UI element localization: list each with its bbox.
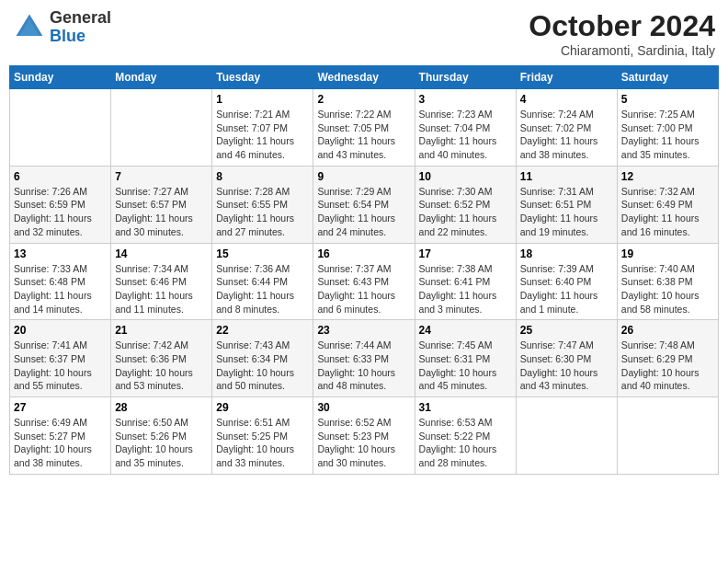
day-info: Sunrise: 7:33 AM Sunset: 6:48 PM Dayligh… xyxy=(14,262,107,316)
day-number: 25 xyxy=(520,324,613,337)
logo: General Blue xyxy=(13,9,111,46)
day-info: Sunrise: 7:25 AM Sunset: 7:00 PM Dayligh… xyxy=(621,108,714,162)
day-info: Sunrise: 7:48 AM Sunset: 6:29 PM Dayligh… xyxy=(621,339,714,393)
calendar-cell: 4Sunrise: 7:24 AM Sunset: 7:02 PM Daylig… xyxy=(516,89,617,167)
day-info: Sunrise: 7:27 AM Sunset: 6:57 PM Dayligh… xyxy=(115,185,208,239)
day-info: Sunrise: 7:30 AM Sunset: 6:52 PM Dayligh… xyxy=(419,185,512,239)
day-number: 12 xyxy=(621,170,714,183)
day-number: 20 xyxy=(14,324,107,337)
day-info: Sunrise: 7:31 AM Sunset: 6:51 PM Dayligh… xyxy=(520,185,613,239)
day-info: Sunrise: 6:52 AM Sunset: 5:23 PM Dayligh… xyxy=(317,416,410,470)
day-info: Sunrise: 6:49 AM Sunset: 5:27 PM Dayligh… xyxy=(14,416,107,470)
calendar-cell: 12Sunrise: 7:32 AM Sunset: 6:49 PM Dayli… xyxy=(617,166,718,243)
weekday-header-row: SundayMondayTuesdayWednesdayThursdayFrid… xyxy=(10,66,719,89)
weekday-header-wednesday: Wednesday xyxy=(313,66,415,89)
day-info: Sunrise: 7:44 AM Sunset: 6:33 PM Dayligh… xyxy=(317,339,410,393)
week-row-3: 13Sunrise: 7:33 AM Sunset: 6:48 PM Dayli… xyxy=(10,243,719,320)
calendar-cell: 2Sunrise: 7:22 AM Sunset: 7:05 PM Daylig… xyxy=(313,89,415,167)
page-header: General Blue October 2024 Chiaramonti, S… xyxy=(9,9,719,58)
day-info: Sunrise: 7:40 AM Sunset: 6:38 PM Dayligh… xyxy=(621,262,714,316)
weekday-header-tuesday: Tuesday xyxy=(212,66,313,89)
day-info: Sunrise: 7:37 AM Sunset: 6:43 PM Dayligh… xyxy=(317,262,410,316)
calendar-cell: 14Sunrise: 7:34 AM Sunset: 6:46 PM Dayli… xyxy=(111,243,212,320)
location: Chiaramonti, Sardinia, Italy xyxy=(529,43,715,58)
day-number: 6 xyxy=(14,170,107,183)
calendar-cell: 13Sunrise: 7:33 AM Sunset: 6:48 PM Dayli… xyxy=(10,243,111,320)
day-info: Sunrise: 7:38 AM Sunset: 6:41 PM Dayligh… xyxy=(419,262,512,316)
calendar-cell: 27Sunrise: 6:49 AM Sunset: 5:27 PM Dayli… xyxy=(10,397,111,475)
logo-text: General Blue xyxy=(50,9,111,46)
day-number: 11 xyxy=(520,170,613,183)
calendar-cell: 24Sunrise: 7:45 AM Sunset: 6:31 PM Dayli… xyxy=(415,320,516,397)
day-info: Sunrise: 7:41 AM Sunset: 6:37 PM Dayligh… xyxy=(14,339,107,393)
calendar-cell: 9Sunrise: 7:29 AM Sunset: 6:54 PM Daylig… xyxy=(313,166,415,243)
calendar-cell: 22Sunrise: 7:43 AM Sunset: 6:34 PM Dayli… xyxy=(212,320,313,397)
calendar-cell xyxy=(111,89,212,167)
day-number: 2 xyxy=(317,93,410,106)
weekday-header-monday: Monday xyxy=(111,66,212,89)
day-number: 16 xyxy=(317,247,410,260)
day-info: Sunrise: 6:51 AM Sunset: 5:25 PM Dayligh… xyxy=(216,416,309,470)
calendar-cell xyxy=(10,89,111,167)
day-info: Sunrise: 7:22 AM Sunset: 7:05 PM Dayligh… xyxy=(317,108,410,162)
day-number: 31 xyxy=(419,401,512,414)
day-number: 29 xyxy=(216,401,309,414)
week-row-1: 1Sunrise: 7:21 AM Sunset: 7:07 PM Daylig… xyxy=(10,89,719,167)
logo-general: General xyxy=(50,8,111,27)
day-info: Sunrise: 7:26 AM Sunset: 6:59 PM Dayligh… xyxy=(14,185,107,239)
day-info: Sunrise: 7:42 AM Sunset: 6:36 PM Dayligh… xyxy=(115,339,208,393)
day-info: Sunrise: 7:24 AM Sunset: 7:02 PM Dayligh… xyxy=(520,108,613,162)
day-info: Sunrise: 7:29 AM Sunset: 6:54 PM Dayligh… xyxy=(317,185,410,239)
day-number: 18 xyxy=(520,247,613,260)
calendar-cell: 11Sunrise: 7:31 AM Sunset: 6:51 PM Dayli… xyxy=(516,166,617,243)
day-number: 10 xyxy=(419,170,512,183)
day-number: 26 xyxy=(621,324,714,337)
calendar-cell: 1Sunrise: 7:21 AM Sunset: 7:07 PM Daylig… xyxy=(212,89,313,167)
weekday-header-saturday: Saturday xyxy=(617,66,718,89)
day-info: Sunrise: 7:34 AM Sunset: 6:46 PM Dayligh… xyxy=(115,262,208,316)
logo-blue: Blue xyxy=(50,27,85,45)
calendar-cell: 31Sunrise: 6:53 AM Sunset: 5:22 PM Dayli… xyxy=(415,397,516,475)
day-number: 27 xyxy=(14,401,107,414)
day-number: 21 xyxy=(115,324,208,337)
calendar-cell xyxy=(617,397,718,475)
weekday-header-thursday: Thursday xyxy=(415,66,516,89)
week-row-5: 27Sunrise: 6:49 AM Sunset: 5:27 PM Dayli… xyxy=(10,397,719,475)
calendar-cell: 5Sunrise: 7:25 AM Sunset: 7:00 PM Daylig… xyxy=(617,89,718,167)
calendar-cell: 26Sunrise: 7:48 AM Sunset: 6:29 PM Dayli… xyxy=(617,320,718,397)
calendar-cell: 10Sunrise: 7:30 AM Sunset: 6:52 PM Dayli… xyxy=(415,166,516,243)
day-info: Sunrise: 7:23 AM Sunset: 7:04 PM Dayligh… xyxy=(419,108,512,162)
day-number: 4 xyxy=(520,93,613,106)
calendar-cell: 29Sunrise: 6:51 AM Sunset: 5:25 PM Dayli… xyxy=(212,397,313,475)
calendar-cell: 20Sunrise: 7:41 AM Sunset: 6:37 PM Dayli… xyxy=(10,320,111,397)
day-info: Sunrise: 7:43 AM Sunset: 6:34 PM Dayligh… xyxy=(216,339,309,393)
calendar-cell: 30Sunrise: 6:52 AM Sunset: 5:23 PM Dayli… xyxy=(313,397,415,475)
calendar-cell: 7Sunrise: 7:27 AM Sunset: 6:57 PM Daylig… xyxy=(111,166,212,243)
day-info: Sunrise: 7:21 AM Sunset: 7:07 PM Dayligh… xyxy=(216,108,309,162)
calendar-cell: 3Sunrise: 7:23 AM Sunset: 7:04 PM Daylig… xyxy=(415,89,516,167)
day-info: Sunrise: 7:45 AM Sunset: 6:31 PM Dayligh… xyxy=(419,339,512,393)
day-info: Sunrise: 7:32 AM Sunset: 6:49 PM Dayligh… xyxy=(621,185,714,239)
day-info: Sunrise: 6:53 AM Sunset: 5:22 PM Dayligh… xyxy=(419,416,512,470)
calendar-cell: 17Sunrise: 7:38 AM Sunset: 6:41 PM Dayli… xyxy=(415,243,516,320)
day-number: 22 xyxy=(216,324,309,337)
day-number: 8 xyxy=(216,170,309,183)
calendar-cell: 16Sunrise: 7:37 AM Sunset: 6:43 PM Dayli… xyxy=(313,243,415,320)
day-number: 30 xyxy=(317,401,410,414)
calendar-cell: 25Sunrise: 7:47 AM Sunset: 6:30 PM Dayli… xyxy=(516,320,617,397)
week-row-4: 20Sunrise: 7:41 AM Sunset: 6:37 PM Dayli… xyxy=(10,320,719,397)
day-number: 23 xyxy=(317,324,410,337)
day-number: 24 xyxy=(419,324,512,337)
calendar-cell: 23Sunrise: 7:44 AM Sunset: 6:33 PM Dayli… xyxy=(313,320,415,397)
day-info: Sunrise: 7:39 AM Sunset: 6:40 PM Dayligh… xyxy=(520,262,613,316)
day-number: 13 xyxy=(14,247,107,260)
calendar-cell: 8Sunrise: 7:28 AM Sunset: 6:55 PM Daylig… xyxy=(212,166,313,243)
day-number: 28 xyxy=(115,401,208,414)
day-number: 9 xyxy=(317,170,410,183)
calendar-cell: 15Sunrise: 7:36 AM Sunset: 6:44 PM Dayli… xyxy=(212,243,313,320)
weekday-header-sunday: Sunday xyxy=(10,66,111,89)
day-number: 19 xyxy=(621,247,714,260)
day-number: 7 xyxy=(115,170,208,183)
title-block: October 2024 Chiaramonti, Sardinia, Ital… xyxy=(529,9,715,58)
calendar-cell: 28Sunrise: 6:50 AM Sunset: 5:26 PM Dayli… xyxy=(111,397,212,475)
